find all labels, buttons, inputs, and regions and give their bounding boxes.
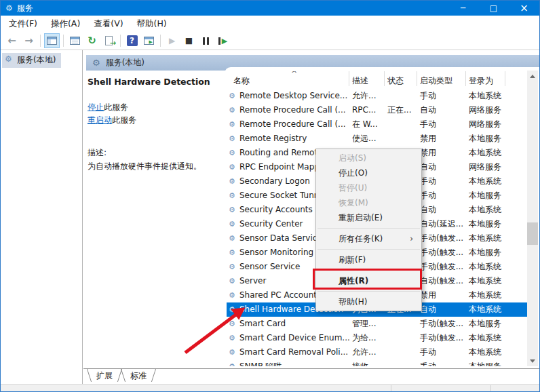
service-gear-icon: ⚙ [229,217,235,231]
context-menu-item-12[interactable]: 帮助(H) [316,294,421,309]
service-gear-icon: ⚙ [229,231,235,246]
back-icon[interactable]: ← [4,33,20,48]
context-menu-item-4[interactable]: 重新启动(E) [316,210,421,225]
window-title: 服务 [17,3,33,14]
context-menu-separator [317,249,420,250]
column-header-2[interactable]: 状态 [385,71,417,86]
start-service-icon[interactable]: ▶ [164,33,180,48]
scroll-up-button[interactable] [527,71,538,81]
column-header-filler [505,71,527,86]
table-row[interactable]: ⚙Remote Procedure Call (...RPC...正在...自动… [227,103,527,117]
console-tree-panel: ⚙ 服务(本地) [1,50,83,384]
context-menu-separator [317,291,420,292]
toolbar-separator [160,35,161,47]
status-bar [1,384,539,392]
toolbar-separator [120,35,121,47]
table-row[interactable]: ⚙Smart Card Device Enum...为给...手动(触发...本… [227,331,527,345]
help-icon[interactable]: ? [124,33,140,48]
table-row[interactable]: ⚙SNMP 陷阱接收...手动本地服务 [227,359,527,366]
menu-item-0[interactable]: 文件(F) [2,16,44,32]
column-header-3[interactable]: 启动类型 [417,71,466,86]
restart-service-line: 重启动此服务 [88,115,136,126]
minimize-button[interactable]: ─ [448,1,478,16]
close-button[interactable]: × [509,1,539,16]
column-header-1[interactable]: 描述 [349,71,385,86]
service-gear-icon: ⚙ [229,331,235,345]
table-row[interactable]: ⚙Smart Card管理...手动(触发...本地服务 [227,317,527,331]
submenu-arrow-icon: › [410,231,413,246]
description-label: 描述: [88,147,107,159]
menu-bar: 文件(F)操作(A)查看(V)帮助(H) [1,16,539,32]
tab-1[interactable]: 标准 [121,369,155,382]
view-tabs: 扩展标准 [83,368,539,384]
stop-service-line: 停止此服务 [88,102,128,113]
service-gear-icon: ⚙ [229,260,235,274]
selected-service-title: Shell Hardware Detection [88,77,230,87]
service-gear-icon: ⚙ [229,117,235,132]
refresh-icon[interactable]: ↻ [84,33,100,48]
context-menu-item-3: 恢复(M) [316,195,421,210]
menu-item-2[interactable]: 查看(V) [87,16,130,32]
toolbar-separator [40,35,41,47]
annotation-highlight-rect [313,269,422,290]
down-arrow-icon [530,359,535,363]
service-gear-icon: ⚙ [229,89,235,103]
title-bar: ⚙ 服务 ─ □ × [1,1,539,16]
properties-window-icon[interactable] [67,33,83,48]
restart-service-icon[interactable]: ▶ [215,33,231,48]
tree-item-services-local[interactable]: ⚙ 服务(本地) [2,53,61,68]
context-menu-separator [317,228,420,229]
service-gear-icon: ⚙ [229,132,235,146]
service-gear-icon: ⚙ [229,345,235,359]
services-gear-icon: ⚙ [92,58,100,68]
status-divider [391,385,391,392]
stop-service-icon[interactable]: ■ [181,33,197,48]
column-header-0[interactable]: 名称^ [227,71,349,86]
service-gear-icon: ⚙ [229,288,235,302]
menu-item-1[interactable]: 操作(A) [44,16,87,32]
service-gear-icon: ⚙ [229,146,235,160]
context-menu-item-0: 启动(S) [316,151,421,165]
tab-0[interactable]: 扩展 [88,369,121,382]
service-gear-icon: ⚙ [229,174,235,189]
scroll-down-button[interactable] [527,355,538,366]
maximize-button[interactable]: □ [478,1,509,16]
restart-service-link[interactable]: 重启动 [88,115,112,125]
up-arrow-icon [530,75,535,78]
context-menu-item-8[interactable]: 刷新(F) [316,252,421,267]
pause-service-icon[interactable] [198,33,214,48]
details-region: ⚙ 服务(本地) Shell Hardware Detection 停止此服务 … [83,50,540,384]
service-gear-icon: ⚙ [229,189,235,203]
service-gear-icon: ⚙ [229,246,235,260]
tree-item-label: 服务(本地) [17,55,56,64]
menu-item-3[interactable]: 帮助(H) [130,16,174,32]
context-menu-item-2: 暂停(U) [316,180,421,195]
services-window: ⚙ 服务 ─ □ × 文件(F)操作(A)查看(V)帮助(H) ←→↻?▶■▶ … [0,0,540,392]
table-row[interactable]: ⚙Smart Card Removal Poli...允许...手动本地系统 [227,345,527,359]
table-row[interactable]: ⚙Remote Desktop Service...允许...手动本地系统 [227,89,527,103]
vertical-scrollbar[interactable] [527,71,538,366]
table-row[interactable]: ⚙Remote Procedure Call (...在 W...手动网络服务 [227,117,527,132]
scrollbar-thumb[interactable] [527,222,538,245]
pane-header-label: 服务(本地) [106,57,144,68]
status-divider [490,385,491,392]
export-list-icon[interactable] [101,33,117,48]
description-text: 为自动播放硬件事件提供通知。 [88,161,220,172]
column-header-4[interactable]: 登录为 [466,71,505,86]
service-gear-icon: ⚙ [229,274,235,288]
forward-icon[interactable]: → [21,33,37,48]
service-gear-icon: ⚙ [229,302,235,317]
context-menu-item-6[interactable]: 所有任务(K)› [316,231,421,246]
service-gear-icon: ⚙ [229,317,235,331]
context-menu-item-1[interactable]: 停止(O) [316,165,421,180]
show-action-pane-icon[interactable] [141,33,157,48]
show-console-tree-icon[interactable] [44,33,60,48]
service-gear-icon: ⚙ [229,160,235,174]
stop-service-link[interactable]: 停止 [88,102,104,112]
table-row[interactable]: ⚙Remote Registry使远...禁用本地服务 [227,132,527,146]
toolbar-separator [63,35,64,47]
toolbar: ←→↻?▶■▶ [1,32,539,50]
services-gear-icon: ⚙ [5,1,13,16]
service-gear-icon: ⚙ [229,203,235,217]
sort-ascending-icon: ^ [291,71,297,78]
